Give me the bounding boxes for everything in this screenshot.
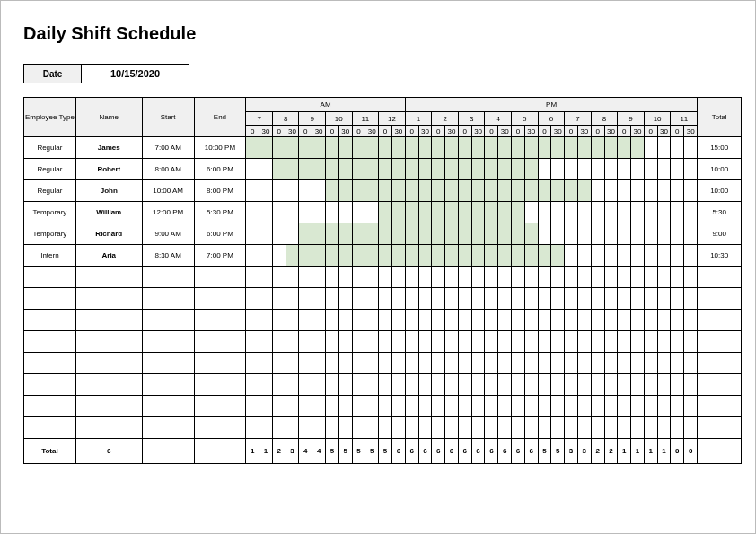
cell — [352, 331, 365, 353]
cell — [272, 159, 286, 180]
cell — [338, 223, 352, 245]
cell: 5 — [379, 439, 392, 464]
cell — [512, 137, 525, 159]
cell — [299, 310, 312, 331]
hour-header: 8 — [591, 112, 618, 126]
cell — [24, 331, 76, 353]
cell: 3 — [577, 439, 591, 464]
cell — [272, 202, 286, 223]
cell — [418, 417, 432, 439]
cell — [657, 417, 671, 439]
cell — [684, 331, 698, 353]
cell — [684, 353, 698, 374]
cell — [365, 353, 379, 374]
cell — [631, 202, 645, 223]
cell — [299, 374, 312, 396]
cell — [471, 137, 485, 159]
cell — [551, 417, 565, 439]
cell — [338, 159, 352, 180]
cell — [405, 267, 418, 288]
cell: 10:30 — [698, 245, 742, 267]
cell — [538, 288, 551, 310]
cell — [259, 159, 273, 180]
cell — [352, 180, 365, 202]
cell: 1 — [631, 439, 645, 464]
date-value: 10/15/2020 — [82, 64, 189, 83]
cell — [485, 310, 498, 331]
cell — [299, 353, 312, 374]
cell — [352, 137, 365, 159]
half-header: 30 — [418, 126, 432, 137]
hour-header: 6 — [538, 112, 565, 126]
cell — [312, 396, 326, 417]
cell — [458, 180, 471, 202]
cell — [671, 137, 684, 159]
cell — [458, 396, 471, 417]
cell — [485, 180, 498, 202]
cell — [671, 331, 684, 353]
cell — [684, 396, 698, 417]
cell — [485, 245, 498, 267]
cell — [246, 374, 259, 396]
cell — [538, 137, 551, 159]
cell — [577, 267, 591, 288]
cell — [142, 288, 194, 310]
cell — [246, 331, 259, 353]
cell — [326, 245, 339, 267]
cell — [644, 245, 657, 267]
cell: 6 — [471, 439, 485, 464]
cell: 1 — [259, 439, 273, 464]
cell — [458, 267, 471, 288]
cell — [657, 310, 671, 331]
cell — [591, 267, 604, 288]
cell — [618, 417, 631, 439]
cell — [551, 223, 565, 245]
cell — [698, 353, 742, 374]
half-header: 30 — [657, 126, 671, 137]
cell — [312, 223, 326, 245]
cell — [142, 417, 194, 439]
half-header: 30 — [365, 126, 379, 137]
totals-row: Total61123445555566666666666553322111100 — [24, 439, 742, 464]
cell — [512, 310, 525, 331]
cell — [246, 396, 259, 417]
cell — [246, 159, 259, 180]
cell — [524, 180, 538, 202]
cell — [551, 374, 565, 396]
cell: Regular — [24, 180, 76, 202]
cell — [391, 331, 405, 353]
cell — [24, 374, 76, 396]
cell — [75, 374, 142, 396]
cell — [259, 180, 273, 202]
cell — [272, 353, 286, 374]
cell — [338, 137, 352, 159]
cell — [75, 267, 142, 288]
cell: 1 — [644, 439, 657, 464]
cell — [471, 353, 485, 374]
cell — [644, 374, 657, 396]
half-header: 0 — [644, 126, 657, 137]
cell — [631, 310, 645, 331]
cell — [379, 223, 392, 245]
cell — [604, 267, 618, 288]
cell — [272, 310, 286, 331]
cell — [458, 417, 471, 439]
cell — [565, 353, 578, 374]
cell — [631, 180, 645, 202]
cell — [524, 267, 538, 288]
cell — [631, 331, 645, 353]
cell — [365, 202, 379, 223]
cell: 6 — [391, 439, 405, 464]
cell — [246, 288, 259, 310]
cell — [405, 180, 418, 202]
cell — [391, 267, 405, 288]
cell: 8:00 AM — [142, 159, 194, 180]
cell — [379, 137, 392, 159]
cell — [485, 396, 498, 417]
cell — [538, 202, 551, 223]
cell — [286, 353, 299, 374]
cell — [418, 396, 432, 417]
cell — [512, 331, 525, 353]
cell — [604, 396, 618, 417]
cell — [551, 137, 565, 159]
